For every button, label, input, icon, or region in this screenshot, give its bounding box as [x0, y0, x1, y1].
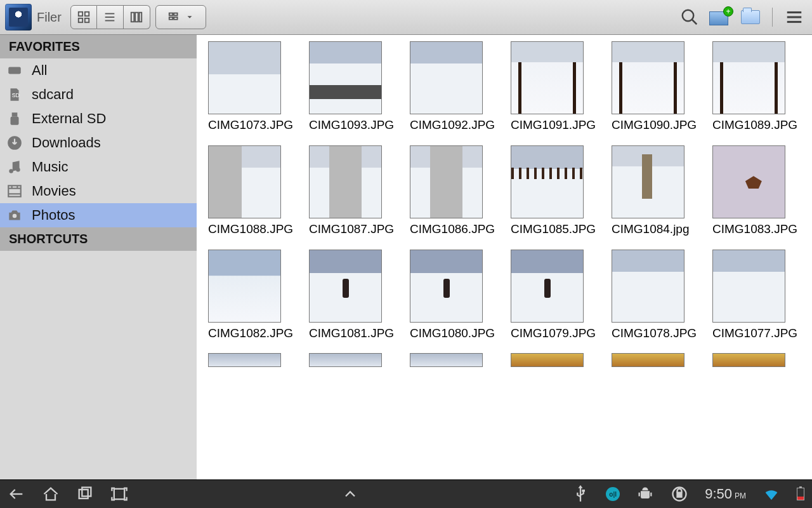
sidebar-item-label: Downloads — [32, 135, 101, 151]
file-name: CIMG1086.JPG — [410, 222, 498, 237]
notification-badge[interactable]: o|l — [606, 487, 620, 501]
content-area[interactable]: CIMG1073.JPGCIMG1093.JPGCIMG1092.JPGCIMG… — [197, 35, 812, 479]
svg-rect-13 — [174, 17, 178, 20]
sidebar-item-photos[interactable]: Photos — [0, 203, 197, 227]
file-cell[interactable]: CIMG1089.JPG — [706, 41, 807, 145]
svg-point-14 — [683, 10, 694, 22]
wifi-icon — [763, 485, 780, 503]
thumbnail — [410, 41, 483, 114]
sd-icon: SD — [5, 86, 24, 104]
file-cell[interactable]: CIMG1087.JPG — [303, 145, 403, 250]
thumbnail — [410, 353, 483, 367]
file-name: CIMG1088.JPG — [208, 222, 296, 237]
app-title: Filer — [37, 10, 62, 25]
file-cell[interactable] — [504, 353, 605, 384]
file-cell[interactable]: CIMG1091.JPG — [504, 41, 605, 145]
svg-rect-12 — [169, 17, 173, 20]
svg-rect-39 — [678, 493, 682, 497]
thumbnail — [410, 145, 483, 218]
file-cell[interactable] — [706, 353, 807, 384]
thumbnail — [712, 41, 785, 114]
thumbnail — [208, 145, 281, 218]
file-cell[interactable] — [605, 353, 706, 384]
drive-icon — [5, 62, 24, 79]
rotation-lock-icon — [671, 485, 688, 503]
file-cell[interactable]: CIMG1073.JPG — [202, 41, 303, 145]
file-name: CIMG1085.JPG — [511, 222, 599, 237]
svg-text:SD: SD — [12, 92, 20, 98]
file-cell[interactable] — [202, 353, 303, 384]
screenshot-button[interactable] — [110, 485, 128, 503]
search-button[interactable] — [677, 4, 702, 30]
sidebar-item-all[interactable]: All — [0, 58, 197, 83]
view-mode-group — [70, 5, 150, 29]
expand-arrow-icon[interactable] — [341, 485, 359, 503]
camera-icon — [5, 206, 24, 224]
file-name: CIMG1077.JPG — [712, 326, 801, 341]
sidebar-item-sdcard[interactable]: SDsdcard — [0, 83, 197, 107]
svg-point-24 — [9, 169, 13, 173]
file-name: CIMG1091.JPG — [511, 118, 599, 133]
file-cell[interactable]: CIMG1080.JPG — [403, 250, 504, 354]
sidebar-item-label: All — [32, 62, 47, 79]
file-name: CIMG1092.JPG — [410, 118, 498, 133]
thumbnail — [612, 250, 684, 323]
home-button[interactable] — [42, 485, 60, 503]
svg-rect-26 — [8, 185, 21, 196]
sort-dropdown-button[interactable] — [155, 5, 206, 29]
file-cell[interactable]: CIMG1085.JPG — [504, 145, 605, 250]
view-list-button[interactable] — [97, 5, 124, 29]
svg-rect-2 — [79, 18, 82, 22]
sidebar-item-music[interactable]: Music — [0, 155, 197, 179]
sidebar-item-label: External SD — [32, 110, 106, 127]
sidebar: FAVORITES AllSDsdcardExternal SDDownload… — [0, 35, 197, 479]
file-cell[interactable]: CIMG1078.JPG — [605, 250, 706, 354]
back-button[interactable] — [8, 485, 25, 503]
recent-apps-button[interactable] — [76, 485, 94, 503]
file-cell[interactable]: CIMG1077.JPG — [706, 250, 807, 354]
sidebar-item-external-sd[interactable]: External SD — [0, 107, 197, 131]
menu-button[interactable] — [782, 4, 807, 30]
file-cell[interactable]: CIMG1090.JPG — [605, 41, 706, 145]
sidebar-item-label: Movies — [32, 183, 76, 199]
file-cell[interactable] — [303, 353, 403, 384]
svg-rect-3 — [85, 18, 89, 22]
sidebar-header-favorites: FAVORITES — [0, 35, 197, 58]
file-cell[interactable]: CIMG1086.JPG — [403, 145, 504, 250]
sidebar-item-movies[interactable]: Movies — [0, 179, 197, 203]
add-photo-button[interactable]: + — [707, 4, 733, 30]
thumbnail — [612, 353, 684, 367]
thumbnail — [712, 353, 785, 367]
file-cell[interactable]: CIMG1079.JPG — [504, 250, 605, 354]
file-name: CIMG1090.JPG — [612, 118, 700, 133]
file-cell[interactable]: CIMG1082.JPG — [202, 250, 303, 354]
thumbnail — [208, 250, 281, 323]
file-cell[interactable]: CIMG1081.JPG — [303, 250, 403, 354]
battery-icon — [797, 488, 804, 500]
svg-rect-19 — [8, 67, 21, 74]
thumbnail — [511, 353, 584, 367]
thumbnail — [712, 250, 785, 323]
file-cell[interactable]: CIMG1092.JPG — [403, 41, 504, 145]
view-columns-button[interactable] — [124, 5, 150, 29]
app-icon — [5, 4, 32, 30]
file-name: CIMG1078.JPG — [612, 326, 700, 341]
app-toolbar: Filer + — [0, 0, 812, 35]
sidebar-item-label: Music — [32, 159, 68, 175]
clock[interactable]: 9:50PM — [705, 486, 746, 502]
thumbnail — [208, 353, 281, 367]
file-cell[interactable]: CIMG1093.JPG — [303, 41, 403, 145]
new-folder-button[interactable] — [738, 4, 763, 30]
svg-rect-22 — [11, 117, 19, 125]
thumbnail — [309, 353, 382, 367]
file-cell[interactable]: CIMG1088.JPG — [202, 145, 303, 250]
view-icons-button[interactable] — [70, 5, 97, 29]
file-cell[interactable] — [403, 353, 504, 384]
sidebar-item-downloads[interactable]: Downloads — [0, 131, 197, 155]
file-cell[interactable]: CIMG1083.JPG — [706, 145, 807, 250]
sidebar-item-label: Photos — [32, 207, 75, 224]
file-name: CIMG1073.JPG — [208, 118, 296, 133]
thumbnail — [208, 41, 281, 114]
svg-rect-9 — [140, 13, 142, 22]
file-cell[interactable]: CIMG1084.jpg — [605, 145, 706, 250]
